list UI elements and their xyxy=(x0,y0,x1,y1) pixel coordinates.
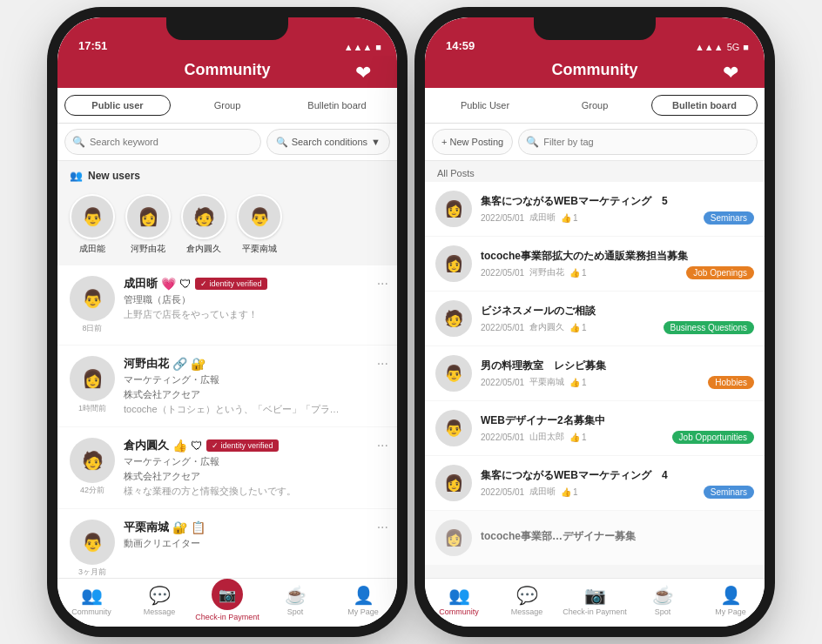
new-user-name-0: 成田能 xyxy=(79,243,105,255)
nav-community-label-right: Community xyxy=(439,607,479,616)
post-title-1: tocoche事業部拡大のため通販業務担当募集 xyxy=(481,249,754,264)
card-more-0[interactable]: ··· xyxy=(377,276,388,292)
post-tag-3: Hobbies xyxy=(708,376,754,389)
post-item-2[interactable]: 🧑 ビジネスメールのご相談 2022/05/01 倉内圓久 👍 1 Busine… xyxy=(425,292,765,345)
heart-icon-0: 💗 xyxy=(161,277,176,291)
nav-mypage-right[interactable]: 👤 My Page xyxy=(697,579,765,627)
screen-left: 17:51 ▲▲▲ ■ Community ❤ Public user Grou… xyxy=(57,17,397,627)
new-user-avatar-2: 🧑 xyxy=(181,194,226,239)
status-time-right: 14:59 xyxy=(446,39,695,52)
post-likes-3: 👍 1 xyxy=(569,378,587,387)
header-logo-right: ❤ xyxy=(719,57,751,88)
post-author-1: 河野由花 xyxy=(529,266,564,278)
card-name-row-3: 平栗南城 🔐 📋 xyxy=(124,520,385,535)
card-name-1: 河野由花 xyxy=(124,356,169,372)
nav-checkin-right[interactable]: 📷 Check-in Payment xyxy=(561,579,629,627)
post-body-2: ビジネスメールのご相談 2022/05/01 倉内圓久 👍 1 Business… xyxy=(481,304,754,334)
post-avatar-6: 👩 xyxy=(435,520,472,556)
nav-community-label-left: Community xyxy=(71,607,111,616)
new-user-1[interactable]: 👩 河野由花 xyxy=(125,194,171,255)
notch-left xyxy=(166,17,288,40)
nav-checkin-left[interactable]: 📷 Check-in Payment xyxy=(193,579,261,627)
nav-mypage-left[interactable]: 👤 My Page xyxy=(329,579,397,627)
search-bar-left: 🔍 🔍 Search conditions ▼ xyxy=(57,124,397,161)
new-user-2[interactable]: 🧑 倉内圓久 xyxy=(181,194,226,255)
search-keyword-input[interactable] xyxy=(64,129,261,155)
nav-mypage-label-left: My Page xyxy=(347,607,379,616)
nav-community-left[interactable]: 👥 Community xyxy=(57,579,125,627)
nav-message-left[interactable]: 💬 Message xyxy=(125,579,193,627)
content-area-right[interactable]: 👩 集客につながるWEBマーケティング 5 2022/05/01 成田晣 👍 1… xyxy=(425,182,765,578)
post-author-3: 平栗南城 xyxy=(529,376,564,388)
post-body-3: 男の料理教室 レシピ募集 2022/05/01 平栗南城 👍 1 Hobbies xyxy=(481,359,754,389)
filter-tag-wrap: 🔍 xyxy=(518,129,758,155)
filter-tag-input[interactable] xyxy=(518,129,758,155)
shield2-icon-2: 🛡 xyxy=(191,439,203,453)
post-likes-0: 👍 1 xyxy=(561,213,578,223)
post-avatar-2: 🧑 xyxy=(435,300,472,337)
post-item-4[interactable]: 👨 WEBデザイナー2名募集中 2022/05/01 山田太郎 👍 1 Job … xyxy=(425,401,765,455)
search-keyword-wrap: 🔍 xyxy=(64,129,261,155)
status-icons-right: ▲▲▲ 5G ■ xyxy=(695,42,749,52)
post-meta-3: 2022/05/01 平栗南城 👍 1 Hobbies xyxy=(481,376,754,389)
nav-checkin-label-right: Check-in Payment xyxy=(563,607,627,616)
card-time-3: 3ヶ月前 xyxy=(78,567,106,578)
card-avatar-0: 👨 xyxy=(70,276,115,321)
card-more-1[interactable]: ··· xyxy=(377,356,388,372)
new-user-3[interactable]: 👨 平栗南城 xyxy=(237,194,282,255)
nav-spot-right[interactable]: ☕ Spot xyxy=(629,579,697,627)
tab-bulletin-left[interactable]: Bulletin board xyxy=(284,95,390,116)
post-item-0[interactable]: 👩 集客につながるWEBマーケティング 5 2022/05/01 成田晣 👍 1… xyxy=(425,182,765,236)
user-card-2[interactable]: 🧑 42分前 倉内圓久 👍 🛡 ✓ identity verified マーケテ… xyxy=(57,427,397,508)
post-meta-0: 2022/05/01 成田晣 👍 1 Seminars xyxy=(481,211,754,225)
card-more-3[interactable]: ··· xyxy=(377,520,388,535)
post-body-0: 集客につながるWEBマーケティング 5 2022/05/01 成田晣 👍 1 S… xyxy=(481,194,754,225)
user-card-3[interactable]: 👨 3ヶ月前 平栗南城 🔐 📋 動画クリエイター ··· xyxy=(57,509,397,578)
nav-spot-label-right: Spot xyxy=(655,607,671,616)
post-tag-4: Job Opportunities xyxy=(672,431,754,444)
post-likes-1: 👍 1 xyxy=(569,268,587,278)
tab-public-user-right[interactable]: Public User xyxy=(432,95,538,116)
new-user-avatar-0: 👨 xyxy=(70,194,115,239)
phone-frame-right: 14:59 ▲▲▲ 5G ■ Community ❤ Public User xyxy=(425,17,765,627)
post-item-3[interactable]: 👨 男の料理教室 レシピ募集 2022/05/01 平栗南城 👍 1 Hobbi… xyxy=(425,346,765,400)
content-area-left[interactable]: 👥 New users 👨 成田能 👩 河野由花 xyxy=(57,161,397,578)
bulletin-search-bar: + New Posting 🔍 xyxy=(425,124,765,161)
tab-public-user-left[interactable]: Public user xyxy=(64,95,171,116)
post-title-3: 男の料理教室 レシピ募集 xyxy=(481,359,754,373)
user-card-1[interactable]: 👩 1時間前 河野由花 🔗 🔐 マーケティング・広報 株式会社アクセア toco… xyxy=(57,345,397,426)
card-body-2: 倉内圓久 👍 🛡 ✓ identity verified マーケティング・広報 … xyxy=(124,438,385,498)
user-card-0[interactable]: 👨 8日前 成田晣 💗 🛡 ✓ identity verified 管理職（店長… xyxy=(57,265,397,345)
card-body-0: 成田晣 💗 🛡 ✓ identity verified 管理職（店長） 上野店で… xyxy=(124,276,385,321)
card-body-3: 平栗南城 🔐 📋 動画クリエイター xyxy=(124,520,385,552)
app-header-right: Community ❤ xyxy=(425,56,765,88)
post-tag-0: Seminars xyxy=(704,211,754,225)
message-icon-right: 💬 xyxy=(516,585,538,606)
spot-icon-left: ☕ xyxy=(285,585,307,606)
bottom-nav-right: 👥 Community 💬 Message 📷 Check-in Payment… xyxy=(425,578,765,627)
post-meta-1: 2022/05/01 河野由花 👍 1 Job Openings xyxy=(481,266,754,279)
conditions-label: Search conditions xyxy=(292,137,367,147)
nav-spot-left[interactable]: ☕ Spot xyxy=(261,579,329,627)
new-user-0[interactable]: 👨 成田能 xyxy=(70,194,115,255)
tab-group-right[interactable]: Group xyxy=(542,95,648,116)
search-conditions-btn[interactable]: 🔍 Search conditions ▼ xyxy=(266,129,390,155)
nav-community-right[interactable]: 👥 Community xyxy=(425,579,493,627)
post-item-5[interactable]: 👩 集客につながるWEBマーケティング 4 2022/05/01 成田晣 👍 1… xyxy=(425,456,765,510)
card-role-2: マーケティング・広報 xyxy=(124,455,385,468)
header-title-left: Community xyxy=(185,61,271,79)
tab-bulletin-right[interactable]: Bulletin board xyxy=(651,95,758,116)
battery-icon-left: ■ xyxy=(375,42,381,52)
new-posting-button[interactable]: + New Posting xyxy=(432,129,513,155)
card-body-1: 河野由花 🔗 🔐 マーケティング・広報 株式会社アクセア tocoche（トコシ… xyxy=(124,356,385,416)
post-item-1[interactable]: 👩 tocoche事業部拡大のため通販業務担当募集 2022/05/01 河野由… xyxy=(425,237,765,291)
post-title-4: WEBデザイナー2名募集中 xyxy=(481,413,754,428)
app-header-left: Community ❤ xyxy=(57,56,397,88)
card-more-2[interactable]: ··· xyxy=(377,438,388,453)
post-avatar-3: 👨 xyxy=(435,355,472,392)
post-avatar-4: 👨 xyxy=(435,410,472,446)
tab-group-left[interactable]: Group xyxy=(174,95,280,116)
post-item-6[interactable]: 👩 tocoche事業部…デザイナー募集 xyxy=(425,511,765,565)
post-likes-4: 👍 1 xyxy=(569,433,587,442)
nav-message-right[interactable]: 💬 Message xyxy=(493,579,561,627)
